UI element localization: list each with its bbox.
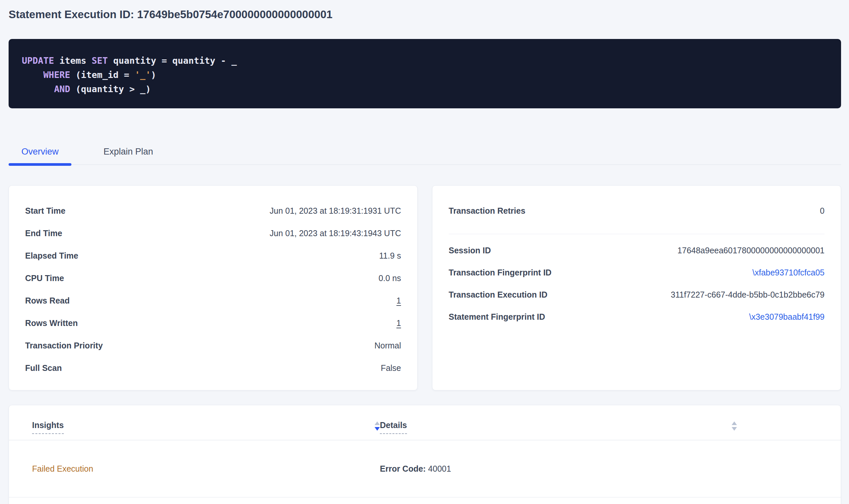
transaction-execution-id-label: Transaction Execution ID [449,290,548,300]
sql-line: UPDATE items SET quantity = quantity - _ [22,54,828,68]
sql-keyword: WHERE [43,70,70,80]
full-scan-value: False [381,363,401,373]
sql-line: AND (quantity > _) [22,82,828,96]
transaction-details-card: Transaction Retries 0 Session ID 17648a9… [432,185,841,390]
stat-row-transaction-priority: Transaction Priority Normal [25,334,401,357]
stat-row-transaction-execution-id: Transaction Execution ID 311f7227-c667-4… [449,284,825,306]
full-scan-label: Full Scan [25,363,62,373]
sort-descending-icon [732,427,737,431]
cpu-time-value: 0.0 ns [379,273,401,283]
stat-row-end-time: End Time Jun 01, 2023 at 18:19:43:1943 U… [25,222,401,245]
statement-fingerprint-id-link[interactable]: \x3e3079baabf41f99 [749,312,825,322]
failed-execution-insight: Failed Execution [32,464,93,473]
overview-stats-card: Start Time Jun 01, 2023 at 18:19:31:1931… [8,185,418,390]
sql-keyword: SET [91,55,108,66]
details-cell: Error Code: 40001 [380,464,737,474]
details-sort-button[interactable] [732,421,737,431]
transaction-execution-id-value: 311f7227-c667-4dde-b5bb-0c1b2bbe6c79 [671,290,825,300]
error-code-value: 40001 [426,464,451,473]
insights-table-row: Failed Execution Error Code: 40001 [9,440,841,498]
stat-row-start-time: Start Time Jun 01, 2023 at 18:19:31:1931… [25,199,401,222]
transaction-priority-value: Normal [374,341,401,350]
end-time-label: End Time [25,229,62,238]
start-time-label: Start Time [25,206,66,216]
sql-text: (item_id = [70,70,135,80]
sql-keyword: AND [54,84,70,94]
sql-indent [22,84,54,94]
id-rows-group: Session ID 17648a9eea6017800000000000000… [449,239,825,328]
transaction-fingerprint-id-label: Transaction Fingerprint ID [449,268,552,277]
stat-row-full-scan: Full Scan False [25,357,401,379]
elapsed-time-value: 11.9 s [379,251,401,260]
stat-row-session-id: Session ID 17648a9eea6017800000000000000… [449,239,825,262]
transaction-retries-label: Transaction Retries [449,206,525,216]
details-header-label[interactable]: Details [380,420,407,434]
rows-read-value: 1 [396,296,401,306]
stat-row-rows-written: Rows Written 1 [25,312,401,334]
transaction-fingerprint-id-link[interactable]: \xfabe93710fcfca05 [752,268,825,277]
transaction-priority-label: Transaction Priority [25,341,103,350]
sql-statement-box: UPDATE items SET quantity = quantity - _… [8,39,841,108]
sql-text: ) [151,70,156,80]
active-tab-underline [8,163,71,166]
session-id-label: Session ID [449,246,491,255]
summary-cards-row: Start Time Jun 01, 2023 at 18:19:31:1931… [8,185,841,390]
insights-column-header: Insights [32,420,380,434]
insights-header-label[interactable]: Insights [32,420,64,434]
stat-row-cpu-time: CPU Time 0.0 ns [25,267,401,289]
details-column-header: Details [380,420,737,434]
error-code-label: Error Code: [380,464,426,473]
rows-written-label: Rows Written [25,318,78,328]
rows-written-value: 1 [396,318,401,328]
sql-line: WHERE (item_id = '_') [22,68,828,82]
insights-table-header: Insights Details [9,405,841,440]
tab-explain-plan-label: Explain Plan [103,147,153,157]
tab-overview[interactable]: Overview [8,139,71,164]
transaction-retries-value: 0 [820,206,825,216]
insight-cell: Failed Execution [32,464,380,474]
sql-keyword: UPDATE [22,55,54,66]
sql-text: (quantity > _) [70,84,151,94]
sort-descending-icon [375,427,380,431]
stat-row-transaction-retries: Transaction Retries 0 [449,199,825,222]
sql-string-literal: '_' [135,70,151,80]
rows-read-label: Rows Read [25,296,70,306]
session-id-value: 17648a9eea6017800000000000000001 [677,246,825,255]
sort-ascending-icon [375,421,380,425]
sort-ascending-icon [732,421,737,425]
cpu-time-label: CPU Time [25,273,64,283]
tab-bar: Overview Explain Plan [8,139,841,165]
tab-overview-label: Overview [21,147,59,157]
stat-row-statement-fingerprint-id: Statement Fingerprint ID \x3e3079baabf41… [449,306,825,328]
statement-execution-page: Statement Execution ID: 17649be5b0754e70… [0,0,849,504]
sql-indent [22,70,43,80]
elapsed-time-label: Elapsed Time [25,251,79,260]
end-time-value: Jun 01, 2023 at 18:19:43:1943 UTC [270,229,401,238]
page-title: Statement Execution ID: 17649be5b0754e70… [8,7,841,22]
stat-row-elapsed-time: Elapsed Time 11.9 s [25,245,401,267]
start-time-value: Jun 01, 2023 at 18:19:31:1931 UTC [270,206,401,216]
statement-fingerprint-id-label: Statement Fingerprint ID [449,312,545,322]
stat-row-rows-read: Rows Read 1 [25,289,401,312]
insights-sort-button[interactable] [375,421,380,431]
tab-explain-plan[interactable]: Explain Plan [103,139,153,164]
insights-table-card: Insights Details Failed Execution Error … [8,405,841,504]
stat-row-transaction-fingerprint-id: Transaction Fingerprint ID \xfabe93710fc… [449,262,825,284]
sql-text: quantity = quantity - _ [108,55,237,66]
sql-text: items [54,55,92,66]
